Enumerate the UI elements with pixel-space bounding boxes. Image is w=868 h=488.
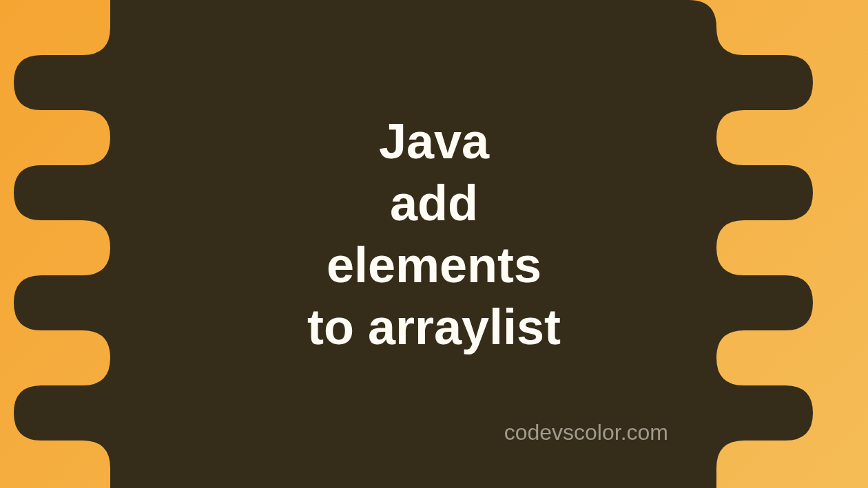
content-container: Java add elements to arraylist	[0, 0, 868, 488]
title-line-1: Java	[307, 110, 561, 172]
title-line-2: add	[307, 172, 561, 234]
title-line-4: to arraylist	[307, 296, 561, 358]
site-watermark: codevscolor.com	[504, 420, 668, 445]
page-title: Java add elements to arraylist	[307, 110, 561, 358]
title-line-3: elements	[307, 234, 561, 296]
